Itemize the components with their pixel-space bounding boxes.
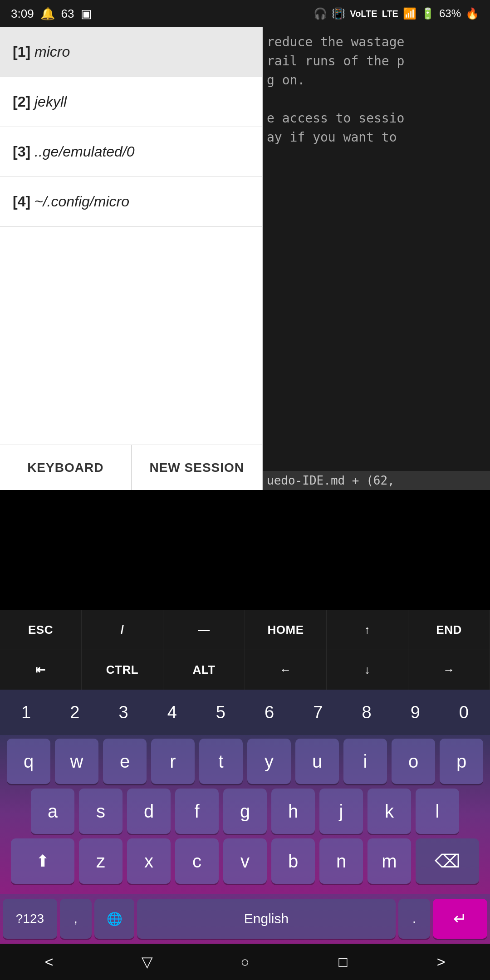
status-bar: 3:09 🔔 63 ▣ 🎧 📳 VoLTE LTE 📶 🔋 63% 🔥 [0,0,490,27]
key-g[interactable]: g [223,789,267,834]
key-z[interactable]: z [79,838,122,884]
file-list-spacer [0,227,262,445]
notification-icon: 🔔 [40,7,55,21]
key-d[interactable]: d [127,789,171,834]
key-b[interactable]: b [271,838,315,884]
key-slash[interactable]: / [82,610,163,650]
key-globe[interactable]: 🌐 [94,899,134,939]
key-h[interactable]: h [271,789,315,834]
nav-circle[interactable]: ○ [227,948,263,975]
key-enter[interactable]: ↵ [433,899,487,939]
terminal-status-bar: uedo-IDE.md + (62, [263,471,490,490]
key-o[interactable]: o [392,739,435,784]
terminal-panel: reduce the wastage rail runs of the p g … [263,27,490,490]
vibrate-icon: 📳 [332,7,345,20]
bottom-buttons: KEYBOARD NEW SESSION [0,445,262,490]
kbd-row-z: ⬆ z x c v b n m ⌫ [3,838,487,884]
key-8[interactable]: 8 [342,690,391,735]
key-r[interactable]: r [151,739,195,784]
key-comma[interactable]: , [60,899,92,939]
file-item-3[interactable]: [3] ..ge/emulated/0 [0,127,262,177]
key-9[interactable]: 9 [391,690,440,735]
key-k[interactable]: k [368,789,411,834]
lte-badge: LTE [382,9,398,19]
file-item-1[interactable]: [1] micro [0,27,262,77]
nav-home[interactable]: ▽ [129,948,165,975]
key-f[interactable]: f [175,789,219,834]
key-shift[interactable]: ⬆ [11,838,74,884]
key-4[interactable]: 4 [148,690,196,735]
file-list-panel: [1] micro [2] jekyll [3] ..ge/emulated/0… [0,27,263,490]
key-backspace[interactable]: ⌫ [416,838,479,884]
key-right[interactable]: → [408,650,490,690]
key-end[interactable]: END [408,610,490,650]
key-a[interactable]: a [31,789,74,834]
status-right: 🎧 📳 VoLTE LTE 📶 🔋 63% 🔥 [314,7,479,20]
key-t[interactable]: t [199,739,243,784]
kbd-row-q: q w e r t y u i o p [3,739,487,784]
nav-square[interactable]: □ [325,948,361,975]
file-item-4[interactable]: [4] ~/.config/micro [0,177,262,227]
key-home[interactable]: HOME [245,610,327,650]
circle-badge: 63 [61,7,74,21]
key-e[interactable]: e [103,739,147,784]
nav-bar: < ▽ ○ □ > [0,944,490,980]
terminal-content: reduce the wastage rail runs of the p g … [267,33,486,147]
key-alt[interactable]: ALT [163,650,245,690]
key-space[interactable]: English [137,899,396,939]
keyboard-button[interactable]: KEYBOARD [0,445,132,490]
keyboard-area: ESC / — HOME ↑ END ⇤ CTRL ALT ← ↓ → 1 2 … [0,610,490,944]
key-x[interactable]: x [127,838,171,884]
battery-icon: 🔋 [421,7,435,20]
battery-percent: 63% [439,7,461,20]
number-row: 1 2 3 4 5 6 7 8 9 0 [0,690,490,735]
headphone-icon: 🎧 [314,7,327,20]
status-left: 3:09 🔔 63 ▣ [11,7,92,21]
key-5[interactable]: 5 [196,690,245,735]
special-row-1: ESC / — HOME ↑ END [0,610,490,650]
nav-back[interactable]: < [31,948,67,975]
new-session-button[interactable]: NEW SESSION [132,445,263,490]
key-period[interactable]: . [398,899,430,939]
key-6[interactable]: 6 [245,690,294,735]
key-y[interactable]: y [247,739,291,784]
flame-icon: 🔥 [466,7,479,20]
signal-icon: 📶 [403,7,416,20]
key-dash[interactable]: — [163,610,245,650]
key-c[interactable]: c [175,838,219,884]
key-v[interactable]: v [223,838,267,884]
file-item-2[interactable]: [2] jekyll [0,77,262,127]
key-sym[interactable]: ?123 [3,899,57,939]
key-w[interactable]: w [55,739,98,784]
key-j[interactable]: j [319,789,363,834]
screen-icon: ▣ [81,7,92,21]
key-tab[interactable]: ⇤ [0,650,82,690]
key-s[interactable]: s [79,789,122,834]
kbd-bottom-row: ?123 , 🌐 English . ↵ [0,894,490,944]
main-area: [1] micro [2] jekyll [3] ..ge/emulated/0… [0,27,490,490]
time: 3:09 [11,7,34,21]
volte-badge: VoLTE [350,9,377,19]
key-q[interactable]: q [7,739,50,784]
nav-forward[interactable]: > [423,948,459,975]
key-2[interactable]: 2 [50,690,99,735]
letter-rows: q w e r t y u i o p a s d f g h j k l ⬆ … [0,735,490,894]
key-down[interactable]: ↓ [327,650,408,690]
key-u[interactable]: u [295,739,339,784]
key-1[interactable]: 1 [2,690,50,735]
key-p[interactable]: p [440,739,483,784]
key-7[interactable]: 7 [294,690,342,735]
key-ctrl[interactable]: CTRL [82,650,163,690]
key-0[interactable]: 0 [440,690,488,735]
key-m[interactable]: m [368,838,411,884]
key-left[interactable]: ← [245,650,327,690]
special-row-2: ⇤ CTRL ALT ← ↓ → [0,650,490,690]
key-l[interactable]: l [416,789,459,834]
key-3[interactable]: 3 [99,690,147,735]
key-esc[interactable]: ESC [0,610,82,650]
key-n[interactable]: n [319,838,363,884]
key-i[interactable]: i [343,739,387,784]
key-up[interactable]: ↑ [327,610,408,650]
kbd-row-a: a s d f g h j k l [3,789,487,834]
